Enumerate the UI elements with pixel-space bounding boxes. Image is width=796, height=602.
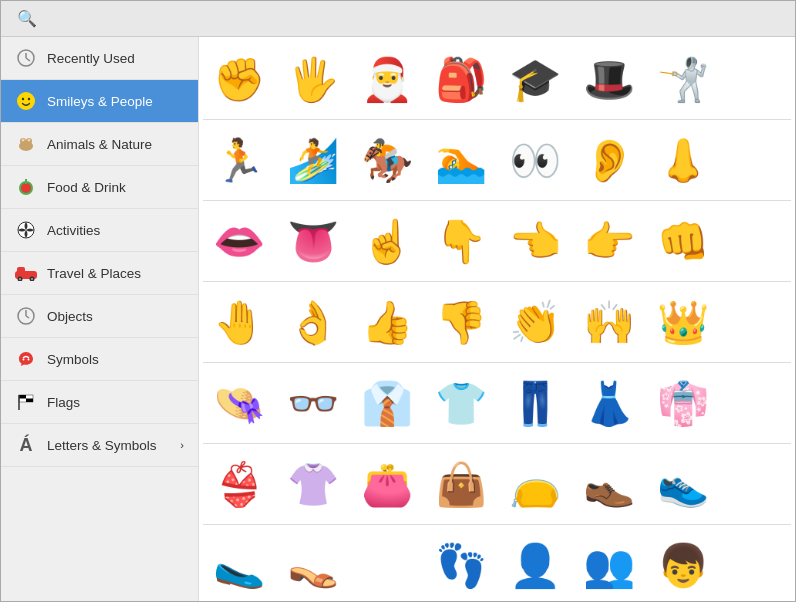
emoji-cell[interactable]: 👉 [573, 205, 645, 277]
row-separator [203, 119, 791, 120]
emoji-cell[interactable]: 🎓 [499, 43, 571, 115]
emoji-cell[interactable]: 🥿 [203, 529, 275, 601]
svg-line-2 [26, 58, 30, 61]
emoji-cell[interactable]: 👜 [425, 448, 497, 520]
emoji-cell[interactable]: 👀 [499, 124, 571, 196]
svg-point-5 [28, 98, 30, 100]
sidebar-item-letters-symbols[interactable]: ÁLetters & Symbols› [1, 424, 198, 467]
emoji-cell[interactable]: 👎 [425, 286, 497, 358]
sidebar-icon-smileys-people [15, 90, 37, 112]
emoji-cell[interactable]: 👌 [277, 286, 349, 358]
sidebar-label-activities: Activities [47, 223, 100, 238]
search-button[interactable]: 🔍 [11, 7, 43, 30]
emoji-cell[interactable]: 🏃 [203, 124, 275, 196]
emoji-cell[interactable]: 👛 [351, 448, 423, 520]
close-button[interactable] [773, 17, 785, 21]
emoji-content: ✊🖐🎅🎒🎓🎩🤺🏃🏄🏇🏊👀👂👃👄👅☝👇👈👉👊🤚👌👍👎👏🙌👑👒👓👔👕👖👗👘👙👚👛👜👝… [199, 37, 795, 602]
emoji-cell[interactable]: 👊 [647, 205, 719, 277]
svg-rect-13 [25, 179, 27, 184]
sidebar-item-travel-places[interactable]: Travel & Places [1, 252, 198, 295]
sidebar-label-animals-nature: Animals & Nature [47, 137, 152, 152]
emoji-cell[interactable]: 🎒 [425, 43, 497, 115]
row-separator [203, 362, 791, 363]
sidebar-item-food-drink[interactable]: Food & Drink [1, 166, 198, 209]
emoji-cell[interactable]: 👚 [277, 448, 349, 520]
emoji-cell[interactable]: 👍 [351, 286, 423, 358]
emoji-cell[interactable]: 👏 [499, 286, 571, 358]
emoji-cell[interactable]: 👗 [573, 367, 645, 439]
svg-point-24 [23, 359, 25, 361]
sidebar-label-travel-places: Travel & Places [47, 266, 141, 281]
emoji-cell[interactable]: 👟 [647, 448, 719, 520]
row-separator [203, 200, 791, 201]
sidebar-label-symbols: Symbols [47, 352, 99, 367]
emoji-cell[interactable]: 👞 [573, 448, 645, 520]
emoji-cell[interactable]: 👡 [277, 529, 349, 601]
emoji-cell[interactable]: 👅 [277, 205, 349, 277]
emoji-cell[interactable]: 👔 [351, 367, 423, 439]
svg-point-4 [22, 98, 24, 100]
emoji-cell[interactable]: 🖐 [277, 43, 349, 115]
sidebar-label-objects: Objects [47, 309, 93, 324]
sidebar-item-symbols[interactable]: Symbols [1, 338, 198, 381]
emoji-cell[interactable]: 👖 [499, 367, 571, 439]
sidebar-icon-animals-nature [15, 133, 37, 155]
emoji-cell[interactable]: 👣 [425, 529, 497, 601]
sidebar: Recently UsedSmileys & PeopleAnimals & N… [1, 37, 199, 602]
sidebar-icon-objects [15, 305, 37, 327]
emoji-cell[interactable]: 👥 [573, 529, 645, 601]
svg-point-12 [21, 183, 31, 193]
sidebar-label-smileys-people: Smileys & People [47, 94, 153, 109]
row-separator [203, 524, 791, 525]
emoji-cell[interactable]: 👂 [573, 124, 645, 196]
sidebar-icon-flags [15, 391, 37, 413]
emoji-cell[interactable] [351, 529, 423, 601]
emoji-cell[interactable]: 👘 [647, 367, 719, 439]
emoji-cell[interactable]: 👦 [647, 529, 719, 601]
sidebar-icon-food-drink [15, 176, 37, 198]
sidebar-item-objects[interactable]: Objects [1, 295, 198, 338]
emoji-cell[interactable]: 🎩 [573, 43, 645, 115]
emoji-cell[interactable]: 🏊 [425, 124, 497, 196]
emoji-cell[interactable]: 👄 [203, 205, 275, 277]
emoji-cell[interactable]: ✊ [203, 43, 275, 115]
svg-line-23 [26, 316, 29, 318]
emoji-cell[interactable]: 🏇 [351, 124, 423, 196]
sidebar-icon-activities [15, 219, 37, 241]
menu-button[interactable] [759, 17, 771, 21]
emoji-cell[interactable]: 🤺 [647, 43, 719, 115]
emoji-cell[interactable]: 🏄 [277, 124, 349, 196]
emoji-cell[interactable]: 🎅 [351, 43, 423, 115]
sidebar-item-animals-nature[interactable]: Animals & Nature [1, 123, 198, 166]
row-separator [203, 281, 791, 282]
sidebar-item-smileys-people[interactable]: Smileys & People [1, 80, 198, 123]
emoji-cell[interactable]: 👒 [203, 367, 275, 439]
sidebar-label-flags: Flags [47, 395, 80, 410]
sidebar-icon-symbols [15, 348, 37, 370]
sidebar-icon-letters-symbols: Á [15, 434, 37, 456]
sidebar-item-activities[interactable]: Activities [1, 209, 198, 252]
emoji-cell[interactable]: ☝ [351, 205, 423, 277]
emoji-cell[interactable]: 👃 [647, 124, 719, 196]
sidebar-label-recently-used: Recently Used [47, 51, 135, 66]
emoji-cell[interactable]: 👕 [425, 367, 497, 439]
emoji-cell[interactable]: 👙 [203, 448, 275, 520]
svg-point-10 [28, 139, 31, 142]
sidebar-icon-travel-places [15, 262, 37, 284]
emoji-cell[interactable]: 🤚 [203, 286, 275, 358]
emoji-cell[interactable]: 👇 [425, 205, 497, 277]
titlebar: 🔍 [1, 1, 795, 37]
emoji-cell[interactable]: 👈 [499, 205, 571, 277]
sidebar-label-letters-symbols: Letters & Symbols [47, 438, 157, 453]
sidebar-item-recently-used[interactable]: Recently Used [1, 37, 198, 80]
emoji-cell[interactable]: 🙌 [573, 286, 645, 358]
svg-rect-28 [26, 399, 33, 403]
chevron-right-icon: › [180, 439, 184, 451]
svg-rect-27 [19, 395, 26, 399]
emoji-cell[interactable]: 👤 [499, 529, 571, 601]
emoji-cell[interactable]: 👓 [277, 367, 349, 439]
svg-rect-16 [17, 267, 25, 274]
emoji-cell[interactable]: 👝 [499, 448, 571, 520]
sidebar-item-flags[interactable]: Flags [1, 381, 198, 424]
emoji-cell[interactable]: 👑 [647, 286, 719, 358]
